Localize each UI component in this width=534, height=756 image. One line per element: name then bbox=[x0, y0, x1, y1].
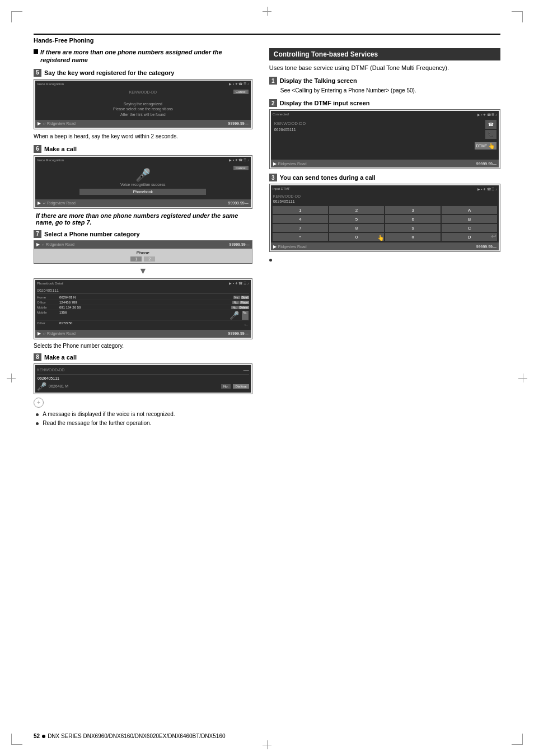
step-5-label: 5 Say the key word registered for the ca… bbox=[34, 69, 252, 77]
dot-bullet-1 bbox=[36, 413, 39, 416]
nav-speed-3b: 99999.99— bbox=[228, 332, 249, 335]
screen-phone-selector: ▶ ⤾ Ridgeview Road 99999.99— Phone 1 2 bbox=[34, 240, 252, 264]
conn-btn-1[interactable]: ☎ bbox=[485, 120, 496, 129]
screen4-close-icon: — bbox=[243, 367, 249, 373]
pb-mobile-btn[interactable]: No. bbox=[231, 306, 238, 309]
screen2-nav: ▶ ⤾ Ridgeview Road 99999.99— bbox=[35, 199, 251, 207]
dtmf-back-icon[interactable]: ↩ bbox=[491, 232, 496, 240]
screen1-icons: ▶ ▪ ✈ ☎ ☰ ♪ bbox=[229, 82, 249, 86]
screen1-cancel[interactable]: Cancel bbox=[233, 90, 249, 94]
phone-option-2[interactable]: 2 bbox=[144, 256, 155, 262]
conn-title: Connected bbox=[273, 113, 289, 116]
corner-mark-br bbox=[512, 734, 523, 745]
screen2-title: Voice Recognition bbox=[37, 158, 64, 162]
notes-section: + A message is displayed if the voice is… bbox=[34, 398, 252, 427]
page-header: Hands-Free Phoning bbox=[34, 37, 500, 44]
dtmf-button[interactable]: DTMF 👆 bbox=[475, 142, 496, 150]
right-desc: Uses tone base service using DTMF (Dual … bbox=[269, 64, 500, 72]
dtmf-key-star[interactable]: * bbox=[273, 233, 328, 241]
step-7-num: 7 bbox=[34, 230, 41, 238]
nav-arrow-3b-icon: ▶ bbox=[38, 331, 41, 336]
pb-home-entry: Home 0626481 N No. Diyal bbox=[37, 295, 249, 300]
nav-arrow-dtmf-icon: ▶ bbox=[273, 244, 277, 249]
dtmf-key-a[interactable]: A bbox=[442, 206, 497, 214]
dtmf-key-c[interactable]: C bbox=[442, 224, 497, 232]
nav-arrow-3a-icon: ▶ bbox=[36, 242, 40, 247]
pb-home-dial-btn[interactable]: Diyal bbox=[241, 296, 249, 299]
nav-speed-conn: 99999.99— bbox=[476, 162, 496, 166]
nav-arrow-icon: ▶ bbox=[38, 121, 41, 126]
conn-btn-2[interactable]: 📞 bbox=[485, 130, 496, 139]
mic-icon-pb: 🎤 bbox=[229, 311, 239, 320]
dtmf-key-1[interactable]: 1 bbox=[273, 206, 328, 214]
dtmf-key-2[interactable]: 2 bbox=[329, 206, 385, 214]
pb-other-entry: Other 0172250 ← bbox=[37, 321, 249, 328]
phone-selector-options: 1 2 bbox=[36, 256, 250, 262]
screen4-header: KENWOOD-DD — bbox=[37, 367, 249, 375]
screen4-dial-btn[interactable]: Dial/out bbox=[233, 384, 249, 389]
conn-action-buttons: ☎ 📞 bbox=[485, 120, 496, 139]
screen4-home-row: 🎤 0626481 M No. Dial/out bbox=[37, 382, 249, 391]
pb-mobile-delete[interactable]: Delete bbox=[238, 306, 249, 309]
screen2-cancel[interactable]: Cancel bbox=[233, 166, 249, 170]
nav-road-conn: Ridgeview Road bbox=[278, 162, 307, 166]
nav-road-2-text: ⤾ Ridgeview Road bbox=[43, 201, 76, 206]
dtmf-nav: ▶ Ridgeview Road 99999.99— bbox=[271, 242, 499, 250]
center-mark-right bbox=[518, 374, 527, 382]
note-section-1: If there are more than one phone numbers… bbox=[34, 48, 252, 64]
screen2-phonebook-btn[interactable]: Phonebook bbox=[79, 189, 206, 195]
conn-top-bar: Connected ▶ ▪ ✈ ☎ ☰ ♪ bbox=[271, 111, 499, 118]
pb-office-dial[interactable]: Place bbox=[240, 301, 249, 304]
conn-body: KENWOOD-DD 0626405111 ☎ 📞 DTMF 👆 bbox=[271, 118, 499, 160]
dtmf-key-0[interactable]: 0 👆 bbox=[329, 233, 385, 241]
pb-mobile2-btn[interactable]: No. bbox=[242, 311, 249, 320]
right-step-1-num: 1 bbox=[269, 77, 277, 85]
step-7-text: Select a Phone number category bbox=[44, 231, 140, 237]
dtmf-key-b[interactable]: B bbox=[442, 215, 497, 223]
center-mark-top bbox=[263, 7, 271, 16]
header-line bbox=[34, 34, 500, 35]
note-circle-icon: + bbox=[34, 398, 44, 408]
phone-selector-label: Phone bbox=[36, 250, 250, 255]
nav-speed-3a: 99999.99— bbox=[229, 242, 250, 246]
pb-office-btn[interactable]: No. bbox=[232, 301, 239, 304]
screen4-mic-icon: 🎤 bbox=[37, 382, 46, 391]
screen1-message: Saying the recognized Please select one … bbox=[38, 101, 249, 118]
screen4-no-btn[interactable]: No. bbox=[221, 384, 231, 389]
dtmf-screen-body: KENWOOD-DD 0626405111 1 2 3 A 4 5 6 B bbox=[271, 192, 499, 242]
dtmf-key-hash[interactable]: # bbox=[385, 233, 441, 241]
screen2-icons: ▶ ▪ ✈ ☎ ☰ ♪ bbox=[229, 158, 249, 162]
dtmf-key-7[interactable]: 7 bbox=[273, 224, 328, 232]
right-step-1-text: Display the Talking screen bbox=[280, 77, 357, 84]
right-col-inner: Controlling Tone-based Services Uses ton… bbox=[264, 48, 500, 263]
dtmf-key-9[interactable]: 9 bbox=[385, 224, 441, 232]
screen1-title: Voice Recognition bbox=[37, 82, 64, 86]
screen2-body: Cancel 🎤 Voice recognition success Phone… bbox=[35, 164, 251, 199]
phone-option-1[interactable]: 1 bbox=[130, 256, 142, 262]
step-6-label: 6 Make a call bbox=[34, 145, 252, 153]
right-step-3-text: You can send tones during a call bbox=[280, 174, 376, 181]
screen1-top-bar: Voice Recognition ▶ ▪ ✈ ☎ ☰ ♪ bbox=[35, 81, 251, 87]
note-section-2: If there are more than one phone numbers… bbox=[34, 212, 252, 226]
dtmf-key-d[interactable]: D bbox=[442, 233, 497, 241]
screen4-home: 0626481 M bbox=[49, 384, 68, 388]
dtmf-key-4[interactable]: 4 bbox=[273, 215, 328, 223]
page-number: 52 bbox=[34, 733, 40, 739]
step-5-num: 5 bbox=[34, 69, 41, 77]
dtmf-key-8[interactable]: 8 bbox=[329, 224, 385, 232]
screen-voice-recognition-2: Voice Recognition ▶ ▪ ✈ ☎ ☰ ♪ Cancel 🎤 V… bbox=[34, 155, 252, 209]
nav-speed: 99999.99— bbox=[228, 122, 249, 125]
caption-step5: When a beep is heard, say the key word w… bbox=[34, 133, 252, 141]
step-5-text: Say the key word registered for the cate… bbox=[44, 69, 174, 76]
dtmf-screen-icons: ▶ ▪ ✈ ☎ ☰ ♪ bbox=[477, 187, 497, 191]
dtmf-key-5[interactable]: 5 bbox=[329, 215, 385, 223]
pb-home-btn[interactable]: No. bbox=[233, 296, 240, 299]
screen1-body: KENWOOD-DD Cancel Saying the recognized … bbox=[35, 87, 251, 120]
nav-speed-2: 99999.99— bbox=[228, 201, 249, 205]
nav-arrow-2-icon: ▶ bbox=[38, 200, 41, 206]
dtmf-key-6[interactable]: 6 bbox=[385, 215, 441, 223]
corner-mark-tr bbox=[512, 11, 523, 22]
dtmf-key-3[interactable]: 3 bbox=[385, 206, 441, 214]
main-columns: If there are more than one phone numbers… bbox=[34, 48, 500, 427]
screen3b-title: Phonebook Detail bbox=[37, 282, 63, 285]
